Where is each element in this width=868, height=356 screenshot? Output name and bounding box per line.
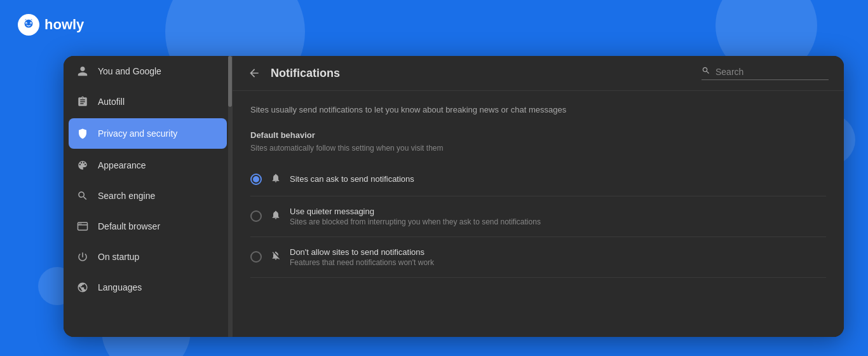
sidebar-label-appearance: Appearance — [98, 160, 146, 170]
browser-window: You and Google Autofill Privacy and secu… — [64, 56, 844, 337]
main-content: Notifications Sites usually send notific… — [233, 56, 844, 337]
search-input[interactable] — [715, 67, 817, 77]
back-button[interactable] — [248, 67, 261, 79]
search-icon — [702, 66, 710, 77]
sidebar-label-you-and-google: You and Google — [98, 66, 161, 76]
sidebar-item-privacy-and-security[interactable]: Privacy and security — [69, 118, 227, 149]
radio-option-dont-allow[interactable]: Don't allow sites to send notifications … — [250, 237, 826, 278]
content-area: Sites usually send notifications to let … — [233, 91, 844, 337]
page-title: Notifications — [271, 67, 691, 80]
sidebar-label-autofill: Autofill — [98, 97, 125, 107]
sidebar-item-on-startup[interactable]: On startup — [64, 242, 232, 272]
palette-icon — [76, 159, 89, 172]
svg-point-8 — [81, 223, 82, 224]
sidebar-item-you-and-google[interactable]: You and Google — [64, 56, 232, 86]
default-behavior-subtitle: Sites automatically follow this setting … — [250, 144, 826, 153]
brand-name: howly — [44, 17, 84, 33]
brand-logo — [18, 14, 39, 36]
radio-button-dont-allow[interactable] — [250, 251, 262, 263]
sidebar-label-on-startup: On startup — [98, 252, 139, 262]
bell-quiet-icon — [271, 210, 281, 222]
sidebar-item-autofill[interactable]: Autofill — [64, 86, 232, 117]
radio-option-sites-can-ask[interactable]: Sites can ask to send notifications — [250, 163, 826, 196]
top-bar: Notifications — [233, 56, 844, 91]
power-icon — [76, 250, 89, 263]
radio-button-sites-can-ask[interactable] — [250, 174, 262, 185]
sidebar-item-search-engine[interactable]: Search engine — [64, 181, 232, 211]
sidebar-label-search-engine: Search engine — [98, 191, 155, 201]
search-area[interactable] — [702, 66, 829, 80]
radio-sublabel-dont-allow: Features that need notifications won't w… — [290, 258, 434, 267]
sidebar-item-default-browser[interactable]: Default browser — [64, 211, 232, 242]
radio-label-sites-can-ask: Sites can ask to send notifications — [290, 174, 414, 184]
person-icon — [76, 65, 89, 78]
radio-button-quieter-messaging[interactable] — [250, 210, 262, 222]
radio-label-dont-allow: Don't allow sites to send notifications — [290, 247, 434, 257]
svg-point-3 — [26, 23, 27, 24]
sidebar-label-languages: Languages — [98, 282, 142, 292]
radio-sublabel-quieter-messaging: Sites are blocked from interrupting you … — [290, 217, 541, 226]
default-behavior-title: Default behavior — [250, 130, 826, 140]
radio-label-wrap-dont-allow: Don't allow sites to send notifications … — [290, 247, 434, 267]
sidebar-label-privacy-and-security: Privacy and security — [98, 128, 177, 139]
radio-label-wrap-quieter-messaging: Use quieter messaging Sites are blocked … — [290, 207, 541, 226]
radio-label-quieter-messaging: Use quieter messaging — [290, 207, 541, 216]
brand-header: howly — [18, 14, 84, 36]
sidebar-item-appearance[interactable]: Appearance — [64, 150, 232, 181]
browser-icon — [76, 220, 89, 233]
sidebar-label-default-browser: Default browser — [98, 221, 160, 231]
bell-off-icon — [271, 250, 281, 263]
shield-icon — [76, 127, 89, 140]
svg-point-7 — [79, 223, 80, 224]
sidebar-item-languages[interactable]: Languages — [64, 272, 232, 303]
radio-label-wrap-sites-can-ask: Sites can ask to send notifications — [290, 174, 414, 184]
bell-filled-icon — [271, 173, 281, 186]
settings-sidebar: You and Google Autofill Privacy and secu… — [64, 56, 232, 337]
notifications-description: Sites usually send notifications to let … — [250, 104, 826, 116]
clipboard-icon — [76, 95, 89, 108]
globe-icon — [76, 281, 89, 294]
radio-option-quieter-messaging[interactable]: Use quieter messaging Sites are blocked … — [250, 196, 826, 237]
search-icon — [76, 189, 89, 202]
svg-point-4 — [31, 23, 31, 24]
